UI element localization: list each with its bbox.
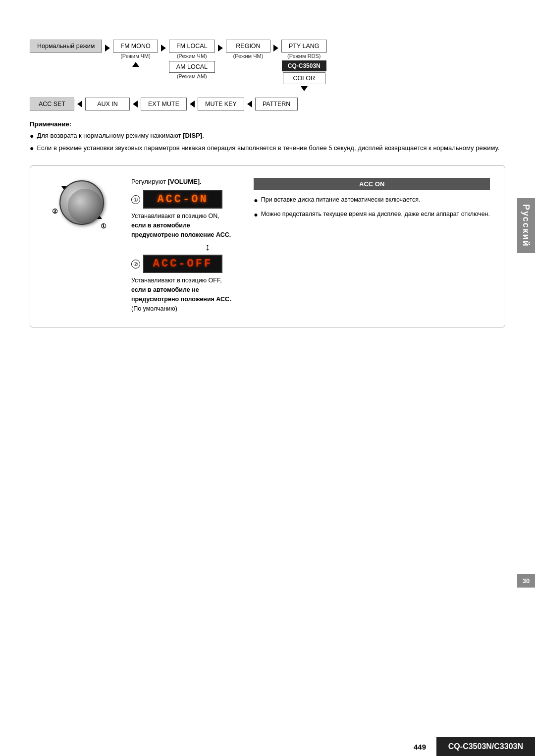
middle-section: Регулируют [VOLUME]. ① ACC-ON Устанавлив… xyxy=(131,178,244,315)
cq-box: CQ-C3503N xyxy=(282,60,326,71)
pattern-box: PATTERN xyxy=(255,98,298,110)
step-2-num: ② xyxy=(131,260,140,269)
pty-lang-sub: (Режим RDS) xyxy=(287,53,321,59)
arrow-6 xyxy=(133,101,138,108)
fm-mono-sub: (Режим ЧМ) xyxy=(120,53,151,59)
arrow-7 xyxy=(190,101,195,108)
arrow-1 xyxy=(105,45,110,52)
acc-bullet-2: ● xyxy=(254,210,258,220)
arrow-3 xyxy=(218,45,223,52)
bottom-product-name: CQ-C3503N/C3303N xyxy=(436,737,535,756)
bullet-2: ● xyxy=(30,143,34,154)
step-1-num: ① xyxy=(131,195,140,204)
acc-on-header: ACC ON xyxy=(254,178,490,190)
fm-mono-box: FM MONO xyxy=(113,40,158,53)
note-item-2: ● Если в режиме установки звуковых парам… xyxy=(30,143,505,154)
ext-mute-box: EXT MUTE xyxy=(141,98,187,110)
region-box: REGION xyxy=(226,40,270,53)
fm-local-sub: (Режим ЧМ) xyxy=(177,53,207,59)
color-box: COLOR xyxy=(283,72,325,84)
note-item-1: ● Для возврата к нормальному режиму нажи… xyxy=(30,131,505,141)
volume-label: Регулируют [VOLUME]. xyxy=(131,178,244,185)
note-title: Примечание: xyxy=(30,120,505,128)
page-num-small: 30 xyxy=(517,574,535,588)
acc-on-section: ACC ON ● При вставке диска питание автом… xyxy=(254,178,490,315)
normal-mode-box: Нормальный режим xyxy=(30,40,102,53)
knob-inner xyxy=(68,189,103,223)
note-text-2: Если в режиме установки звуковых парамет… xyxy=(37,143,499,153)
knob-section: ② ① xyxy=(42,178,121,315)
am-local-sub: (Режим АМ) xyxy=(169,73,215,79)
bullet-1: ● xyxy=(30,131,34,141)
acc-on-text-2: Можно представлять текущее время на дисп… xyxy=(261,210,490,219)
acc-on-text-1: При вставке диска питание автоматически … xyxy=(261,195,421,205)
acc-on-display: ACC-ON xyxy=(143,190,222,209)
step-1-desc: Устанавливают в позицию ON, если в автом… xyxy=(131,212,244,239)
step-1-row: ① ACC-ON xyxy=(131,190,244,209)
knob-container: ② ① xyxy=(57,178,107,227)
arrow-8 xyxy=(247,101,252,108)
page-number: 449 xyxy=(414,743,426,751)
down-arrow-mid: ↕ xyxy=(171,241,244,253)
fm-local-box: FM LOCAL xyxy=(169,40,215,53)
aux-in-box: AUX IN xyxy=(85,98,130,110)
arrow-4 xyxy=(273,45,278,52)
arrow-2 xyxy=(161,45,166,52)
knob-label-1: ① xyxy=(101,222,107,230)
step-2-row: ② ACC-OFF xyxy=(131,255,244,273)
acc-on-item-2: ● Можно представлять текущее время на ди… xyxy=(254,210,490,220)
arrow-5 xyxy=(77,101,82,108)
acc-on-item-1: ● При вставке диска питание автоматическ… xyxy=(254,195,490,206)
knob xyxy=(59,180,104,225)
am-local-box: AM LOCAL xyxy=(169,61,215,73)
note-section: Примечание: ● Для возврата к нормальному… xyxy=(30,120,505,154)
main-box: ② ① Регулируют [VOLUME]. ① ACC-ON Устана… xyxy=(30,165,505,327)
region-sub: (Режим ЧМ) xyxy=(233,53,264,59)
pty-lang-box: PTY LANG xyxy=(281,40,327,53)
side-label: Русский xyxy=(517,198,535,253)
acc-bullet-1: ● xyxy=(254,195,258,206)
flow-diagram: Нормальный режим FM MONO (Режим ЧМ) xyxy=(30,40,505,110)
step-2-desc: Устанавливают в позицию OFF, если в авто… xyxy=(131,276,244,313)
acc-off-display: ACC-OFF xyxy=(143,255,222,273)
up-arrow-fm xyxy=(132,62,139,67)
down-arrow-right xyxy=(301,86,308,91)
note-text-1: Для возврата к нормальному режиму нажима… xyxy=(37,131,204,141)
acc-set-box: ACC SET xyxy=(30,98,74,110)
mute-key-box: MUTE KEY xyxy=(198,98,244,110)
knob-label-2: ② xyxy=(52,208,58,215)
